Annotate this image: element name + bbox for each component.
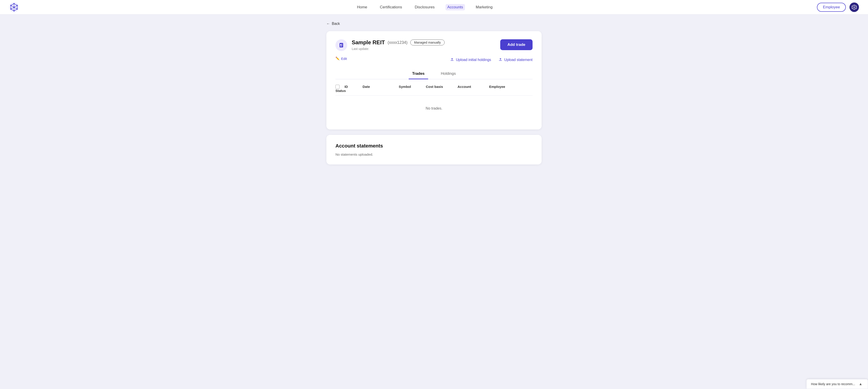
- nav-home[interactable]: Home: [355, 4, 369, 10]
- no-trades-message: No trades.: [336, 96, 532, 121]
- upload-statement-icon: [498, 57, 502, 62]
- feedback-text: How likely are you to recomm...: [811, 382, 855, 386]
- account-header-left: Sample REIT (xxxx1234) Managed manually …: [336, 39, 445, 51]
- account-card: Sample REIT (xxxx1234) Managed manually …: [327, 31, 541, 129]
- account-info: Sample REIT (xxxx1234) Managed manually …: [352, 39, 445, 51]
- upload-holdings-icon: [450, 57, 454, 62]
- select-all-col: [336, 85, 344, 89]
- upload-actions: Upload initial holdings Upload statement: [450, 57, 532, 62]
- logo-icon[interactable]: [9, 2, 19, 12]
- svg-point-7: [13, 10, 15, 11]
- nav-links: Home Certifications Disclosures Accounts…: [33, 4, 817, 10]
- back-link[interactable]: ← Back: [327, 22, 340, 26]
- account-title: Sample REIT (xxxx1234) Managed manually: [352, 39, 445, 45]
- nav-accounts[interactable]: Accounts: [445, 4, 465, 10]
- account-name: Sample REIT: [352, 39, 385, 45]
- svg-rect-17: [340, 44, 341, 45]
- upload-initial-holdings-label: Upload initial holdings: [456, 58, 491, 62]
- back-arrow-icon: ←: [327, 22, 330, 26]
- navbar: Home Certifications Disclosures Accounts…: [0, 0, 868, 14]
- account-icon: [336, 39, 347, 51]
- col-employee: Employee: [489, 85, 516, 89]
- col-cost-basis: Cost basis: [426, 85, 458, 89]
- svg-point-11: [17, 8, 18, 9]
- tab-holdings[interactable]: Holdings: [437, 69, 459, 79]
- managed-badge: Managed manually: [410, 39, 445, 45]
- select-all-checkbox[interactable]: [336, 85, 340, 89]
- statements-card: Account statements No statements uploade…: [327, 135, 541, 164]
- col-symbol: Symbol: [399, 85, 426, 89]
- user-avatar[interactable]: [849, 2, 859, 12]
- svg-point-5: [13, 6, 15, 8]
- last-update: Last update:: [352, 47, 445, 51]
- svg-point-6: [13, 3, 15, 4]
- svg-point-8: [10, 5, 11, 6]
- feedback-widget: How likely are you to recomm... ▲: [806, 379, 868, 389]
- svg-point-20: [342, 44, 342, 45]
- svg-point-9: [17, 5, 18, 6]
- trades-table: ID Date Symbol Cost basis Account Employ…: [336, 85, 532, 121]
- col-account: Account: [458, 85, 489, 89]
- col-id: ID: [344, 85, 363, 89]
- feedback-expand-button[interactable]: ▲: [858, 382, 863, 386]
- tab-trades[interactable]: Trades: [409, 69, 428, 79]
- tabs-row: Trades Holdings: [336, 69, 532, 79]
- table-header: ID Date Symbol Cost basis Account Employ…: [336, 85, 532, 96]
- nav-disclosures[interactable]: Disclosures: [413, 4, 436, 10]
- edit-link[interactable]: ✏️ Edit: [336, 57, 347, 61]
- svg-point-10: [10, 8, 11, 9]
- col-status: Status: [336, 89, 344, 93]
- account-header: Sample REIT (xxxx1234) Managed manually …: [336, 39, 532, 51]
- col-date: Date: [363, 85, 399, 89]
- svg-rect-16: [340, 43, 343, 47]
- account-id: (xxxx1234): [388, 40, 408, 45]
- navbar-right: Employee: [817, 2, 859, 12]
- statements-title: Account statements: [336, 143, 532, 149]
- back-label: Back: [332, 22, 340, 26]
- upload-initial-holdings-link[interactable]: Upload initial holdings: [450, 57, 491, 62]
- add-trade-button[interactable]: Add trade: [500, 39, 532, 50]
- nav-marketing[interactable]: Marketing: [474, 4, 495, 10]
- upload-statement-link[interactable]: Upload statement: [498, 57, 532, 62]
- employee-button[interactable]: Employee: [817, 3, 846, 12]
- nav-certifications[interactable]: Certifications: [378, 4, 404, 10]
- main-content: ← Back Sample REIT: [321, 14, 547, 184]
- upload-statement-label: Upload statement: [504, 58, 532, 62]
- no-statements-message: No statements uploaded.: [336, 153, 532, 156]
- edit-icon: ✏️: [336, 57, 340, 61]
- edit-label: Edit: [341, 57, 347, 61]
